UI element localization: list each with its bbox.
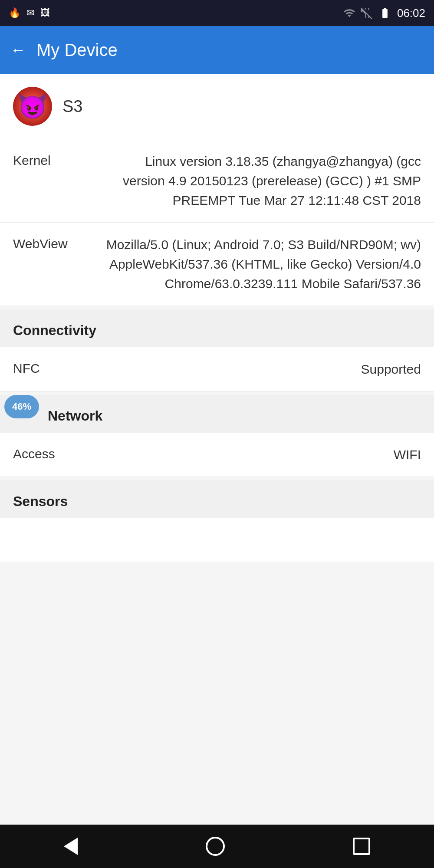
connectivity-section-header: Connectivity [0, 309, 434, 347]
back-nav-button[interactable] [64, 838, 78, 855]
devil-icon: 😈 [17, 94, 48, 118]
back-icon [64, 838, 78, 855]
home-icon [206, 837, 225, 856]
device-avatar: 😈 [13, 87, 52, 126]
device-header: 😈 S3 [0, 74, 434, 139]
image-status-icon: 🖼 [40, 7, 50, 19]
back-button[interactable]: ← [10, 41, 26, 59]
page-title: My Device [36, 40, 118, 60]
access-label: Access [13, 445, 91, 461]
recents-icon [353, 838, 370, 855]
signal-icon [361, 7, 373, 19]
network-section: Access WIFI [0, 433, 434, 477]
info-section: Kernel Linux version 3.18.35 (zhangya@zh… [0, 139, 434, 306]
battery-icon [378, 7, 392, 19]
sensors-section-header: Sensors [0, 480, 434, 518]
message-status-icon: ✉ [26, 7, 34, 19]
status-bar-right-icons: 06:02 [343, 7, 425, 20]
network-title: Network [48, 408, 102, 424]
kernel-label: Kernel [13, 151, 91, 168]
connectivity-title: Connectivity [13, 322, 96, 338]
access-row: Access WIFI [0, 433, 434, 477]
app-bar: ← My Device [0, 26, 434, 74]
webview-row: WebView Mozilla/5.0 (Linux; Android 7.0;… [0, 223, 434, 306]
nfc-value: Supported [91, 359, 421, 379]
wifi-icon [343, 7, 355, 19]
clock: 06:02 [397, 7, 425, 20]
home-nav-button[interactable] [206, 837, 225, 856]
status-bar-left-icons: 🔥 ✉ 🖼 [9, 7, 50, 19]
nfc-label: NFC [13, 359, 91, 376]
kernel-value: Linux version 3.18.35 (zhangya@zhangya) … [91, 151, 421, 210]
progress-badge: 46% [4, 395, 39, 418]
network-wrapper: 46% Network [0, 395, 434, 433]
flame-status-icon: 🔥 [9, 7, 20, 19]
kernel-row: Kernel Linux version 3.18.35 (zhangya@zh… [0, 139, 434, 223]
sensors-title: Sensors [13, 493, 68, 509]
webview-label: WebView [13, 235, 91, 251]
nfc-row: NFC Supported [0, 347, 434, 391]
webview-value: Mozilla/5.0 (Linux; Android 7.0; S3 Buil… [91, 235, 421, 293]
status-bar: 🔥 ✉ 🖼 06:02 [0, 0, 434, 26]
connectivity-section: NFC Supported [0, 347, 434, 391]
access-value: WIFI [91, 445, 421, 464]
bottom-nav [0, 825, 434, 868]
network-section-header: Network [0, 395, 434, 433]
recents-nav-button[interactable] [353, 838, 370, 855]
device-name-label: S3 [62, 97, 82, 116]
sensors-section [0, 518, 434, 562]
